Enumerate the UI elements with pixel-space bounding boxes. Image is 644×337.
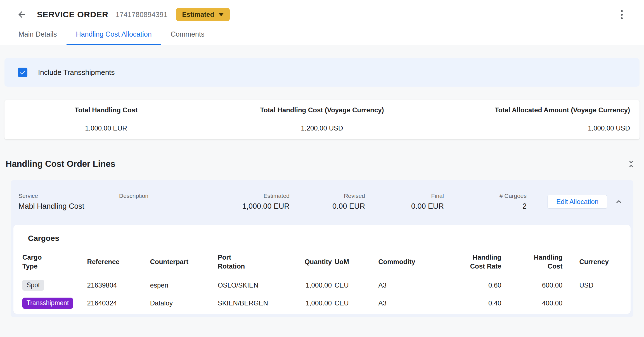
chevron-down-icon <box>219 13 224 16</box>
reference-header: Reference <box>87 248 150 276</box>
revised-value: 0.00 EUR <box>290 202 365 211</box>
cargo-type-header: Cargo Type <box>22 248 87 276</box>
counterpart-header: Counterpart <box>150 248 218 276</box>
transshipment-badge: Transshipment <box>22 298 73 309</box>
tab-handling-cost-allocation[interactable]: Handling Cost Allocation <box>67 25 161 45</box>
content: Include Transshipments Total Handling Co… <box>0 45 644 317</box>
service-label: Service <box>18 193 119 199</box>
handling-cost-rate-header: Handling Cost Rate <box>439 248 504 276</box>
cargoes-count-field: # Cargoes 2 <box>444 193 527 211</box>
tab-main-details[interactable]: Main Details <box>9 25 67 45</box>
more-options-button[interactable] <box>615 8 628 21</box>
spot-badge: Spot <box>22 280 44 291</box>
summary-header-row: Total Handling Cost Total Handling Cost … <box>4 100 640 119</box>
totals-summary-card: Total Handling Cost Total Handling Cost … <box>4 100 640 139</box>
cargoes-header-row: Cargo Type Reference Counterpart Port Ro… <box>22 248 622 276</box>
estimated-field: Estimated 1,000.00 EUR <box>186 193 290 211</box>
order-lines-section-header: Handling Cost Order Lines <box>6 157 638 171</box>
chevron-up-icon <box>614 197 624 207</box>
back-button[interactable] <box>14 7 30 22</box>
status-chip-label: Estimated <box>182 11 214 18</box>
total-handling-cost-voyage-value: 1,200.00 USD <box>208 119 436 140</box>
port-rotation-cell: OSLO/SKIEN <box>218 276 284 294</box>
description-value <box>119 202 186 211</box>
arrow-back-icon <box>17 10 27 20</box>
total-allocated-amount-value: 1,000.00 USD <box>436 119 640 140</box>
currency-header: Currency <box>565 248 622 276</box>
commodity-cell: A3 <box>378 294 439 312</box>
totals-summary-table: Total Handling Cost Total Handling Cost … <box>4 100 640 139</box>
total-handling-cost-voyage-header: Total Handling Cost (Voyage Currency) <box>208 100 436 119</box>
cargoes-title: Cargoes <box>28 234 622 243</box>
cargo-type-cell: Spot <box>22 276 87 294</box>
final-field: Final 0.00 EUR <box>365 193 444 211</box>
cargoes-card: Cargoes Cargo Type Reference Counterpart… <box>13 225 631 314</box>
tab-comments[interactable]: Comments <box>161 25 214 45</box>
revised-field: Revised 0.00 EUR <box>290 193 365 211</box>
currency-cell <box>565 294 622 312</box>
summary-value-row: 1,000.00 EUR 1,200.00 USD 1,000.00 USD <box>4 119 640 140</box>
edit-allocation-button[interactable]: Edit Allocation <box>548 195 607 209</box>
port-rotation-header: Port Rotation <box>218 248 284 276</box>
service-order-page: SERVICE ORDER 1741780894391 Estimated Ma… <box>0 0 644 337</box>
total-handling-cost-value: 1,000.00 EUR <box>4 119 208 140</box>
tab-bar: Main Details Handling Cost Allocation Co… <box>0 25 644 45</box>
counterpart-cell: espen <box>150 276 218 294</box>
order-lines-section-title: Handling Cost Order Lines <box>6 159 115 169</box>
handling-cost-rate-cell: 0.40 <box>439 294 504 312</box>
commodity-cell: A3 <box>378 276 439 294</box>
collapse-all-button[interactable] <box>624 157 638 171</box>
service-field: Service Mabl Handling Cost <box>18 193 119 211</box>
uom-cell: CEU <box>335 276 378 294</box>
total-handling-cost-header: Total Handling Cost <box>4 100 208 119</box>
handling-cost-rate-cell: 0.60 <box>439 276 504 294</box>
cargoes-count-label: # Cargoes <box>444 193 527 199</box>
include-transshipments-banner: Include Transshipments <box>4 58 640 87</box>
port-rotation-cell: SKIEN/BERGEN <box>218 294 284 312</box>
handling-cost-header: Handling Cost <box>504 248 565 276</box>
cargo-row[interactable]: Spot 21639804 espen OSLO/SKIEN 1,000.00 … <box>22 276 622 294</box>
app-bar: SERVICE ORDER 1741780894391 Estimated Ma… <box>0 0 644 45</box>
include-transshipments-label: Include Transshipments <box>38 68 115 77</box>
handling-cost-cell: 600.00 <box>504 276 565 294</box>
uom-cell: CEU <box>335 294 378 312</box>
total-allocated-amount-header: Total Allocated Amount (Voyage Currency) <box>436 100 640 119</box>
final-value: 0.00 EUR <box>365 202 444 211</box>
order-number: 1741780894391 <box>116 11 168 19</box>
quantity-header: Quantity <box>284 248 335 276</box>
collapse-all-icon <box>626 159 636 169</box>
estimated-value: 1,000.00 EUR <box>186 202 290 211</box>
counterpart-cell: Dataloy <box>150 294 218 312</box>
estimated-label: Estimated <box>186 193 290 199</box>
cargoes-table: Cargo Type Reference Counterpart Port Ro… <box>22 248 622 312</box>
service-value: Mabl Handling Cost <box>18 202 119 211</box>
currency-cell: USD <box>565 276 622 294</box>
page-title: SERVICE ORDER <box>37 10 108 19</box>
include-transshipments-checkbox[interactable] <box>18 68 27 77</box>
order-line-card: Service Mabl Handling Cost Description E… <box>11 180 633 317</box>
app-bar-top: SERVICE ORDER 1741780894391 Estimated <box>0 0 644 25</box>
uom-header: UoM <box>335 248 378 276</box>
reference-cell: 21640324 <box>87 294 150 312</box>
reference-cell: 21639804 <box>87 276 150 294</box>
status-chip[interactable]: Estimated <box>176 8 230 21</box>
quantity-cell: 1,000.00 <box>284 276 335 294</box>
description-field: Description <box>119 193 186 211</box>
description-label: Description <box>119 193 186 199</box>
commodity-header: Commodity <box>378 248 439 276</box>
handling-cost-cell: 400.00 <box>504 294 565 312</box>
revised-label: Revised <box>290 193 365 199</box>
check-icon <box>19 69 26 76</box>
cargoes-count-value: 2 <box>444 202 527 211</box>
collapse-line-button[interactable] <box>612 195 626 208</box>
order-line-info-row: Service Mabl Handling Cost Description E… <box>13 180 631 225</box>
final-label: Final <box>365 193 444 199</box>
cargo-row[interactable]: Transshipment 21640324 Dataloy SKIEN/BER… <box>22 294 622 312</box>
cargo-type-cell: Transshipment <box>22 294 87 312</box>
kebab-icon <box>621 10 623 12</box>
quantity-cell: 1,000.00 <box>284 294 335 312</box>
